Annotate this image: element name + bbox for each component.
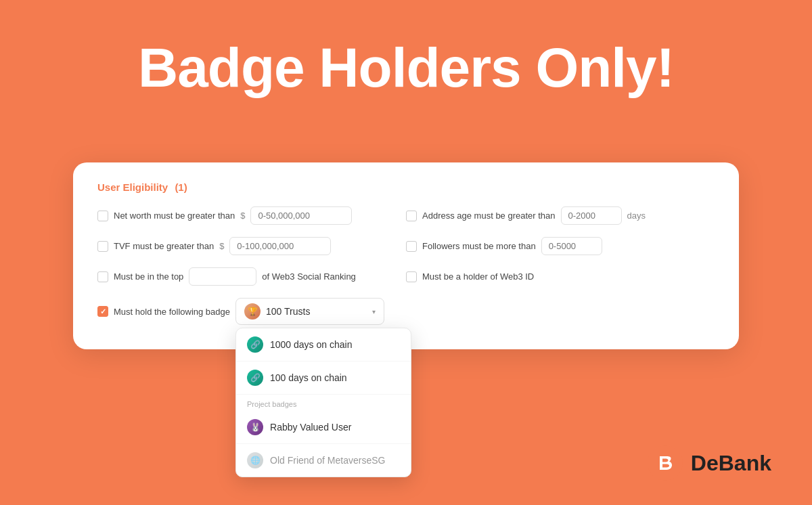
selected-badge-label: 100 Trusts <box>266 306 310 317</box>
dropdown-item-label-rabby: Rabby Valued User <box>270 422 351 433</box>
dropdown-item-label-1: 100 days on chain <box>270 372 347 383</box>
top-ranking-label-pre: Must be in the top <box>114 271 183 282</box>
row-1-right: Address age must be greater than days <box>406 206 715 225</box>
net-worth-label: Net worth must be greater than <box>114 211 235 221</box>
net-worth-dollar: $ <box>240 211 245 221</box>
badge-icon-chain-100: 🔗 <box>247 370 263 386</box>
tvf-dollar: $ <box>219 241 224 251</box>
web3id-label: Must be a holder of Web3 ID <box>422 271 534 282</box>
debank-logo-text: DeBank <box>691 451 771 476</box>
net-worth-checkbox[interactable] <box>97 211 108 221</box>
row-3: Must be in the top of Web3 Social Rankin… <box>97 267 715 286</box>
dropdown-item-label-0: 1000 days on chain <box>270 339 352 350</box>
dropdown-item-label-metaverse: Old Friend of MetaverseSG <box>270 455 385 466</box>
badge-checkbox[interactable] <box>97 306 108 317</box>
top-ranking-checkbox[interactable] <box>97 271 108 282</box>
dropdown-item-metaverse[interactable]: 🌐 Old Friend of MetaverseSG <box>236 444 411 477</box>
tvf-input[interactable] <box>229 237 331 255</box>
tvf-checkbox[interactable] <box>97 241 108 252</box>
tvf-label: TVF must be greater than <box>114 241 214 251</box>
followers-label: Followers must be more than <box>422 241 536 251</box>
debank-branding: DeBank <box>648 445 771 481</box>
chevron-down-icon: ▾ <box>372 308 376 315</box>
row-3-left: Must be in the top of Web3 Social Rankin… <box>97 267 406 286</box>
row-1: Net worth must be greater than $ Address… <box>97 206 715 225</box>
row-4-left: Must hold the following badge 🏆 100 Trus… <box>97 298 715 325</box>
net-worth-input[interactable] <box>250 206 352 225</box>
row-2-right: Followers must be more than <box>406 237 715 255</box>
row-2: TVF must be greater than $ Followers mus… <box>97 237 715 255</box>
row-2-left: TVF must be greater than $ <box>97 237 406 255</box>
selected-badge-icon: 🏆 <box>244 303 261 320</box>
address-age-input[interactable] <box>561 206 622 225</box>
badge-dropdown-trigger[interactable]: 🏆 100 Trusts ▾ <box>235 298 384 325</box>
section-title: User Eligibility (1) <box>97 181 715 193</box>
row-1-left: Net worth must be greater than $ <box>97 206 406 225</box>
dropdown-item-0[interactable]: 🔗 1000 days on chain <box>236 328 411 361</box>
row-4: Must hold the following badge 🏆 100 Trus… <box>97 298 715 325</box>
badge-icon-rabby: 🐰 <box>247 419 263 435</box>
followers-checkbox[interactable] <box>406 241 417 252</box>
eligibility-card: User Eligibility (1) Net worth must be g… <box>73 162 739 349</box>
eligibility-grid: Net worth must be greater than $ Address… <box>97 206 715 325</box>
row-3-right: Must be a holder of Web3 ID <box>406 271 715 282</box>
top-ranking-label-post: of Web3 Social Ranking <box>262 271 356 282</box>
address-age-checkbox[interactable] <box>406 211 417 221</box>
dropdown-item-rabby[interactable]: 🐰 Rabby Valued User <box>236 411 411 444</box>
web3id-checkbox[interactable] <box>406 271 417 282</box>
badge-icon-metaverse: 🌐 <box>247 452 263 468</box>
badge-icon-chain-1000: 🔗 <box>247 336 263 353</box>
dropdown-trigger-inner: 🏆 100 Trusts <box>244 303 310 320</box>
hero-title: Badge Holders Only! <box>0 0 812 98</box>
days-label: days <box>627 211 646 221</box>
debank-logo-icon <box>648 445 683 481</box>
top-ranking-input[interactable] <box>189 267 256 286</box>
badge-label: Must hold the following badge <box>114 307 230 317</box>
dropdown-item-1[interactable]: 🔗 100 days on chain <box>236 361 411 395</box>
address-age-label: Address age must be greater than <box>422 211 556 221</box>
project-badges-section-label: Project badges <box>236 395 411 411</box>
followers-input[interactable] <box>541 237 602 255</box>
badge-dropdown-wrapper: 🏆 100 Trusts ▾ 🔗 1000 days on chain 🔗 <box>235 298 384 325</box>
badge-dropdown-menu: 🔗 1000 days on chain 🔗 100 days on chain… <box>235 328 411 477</box>
